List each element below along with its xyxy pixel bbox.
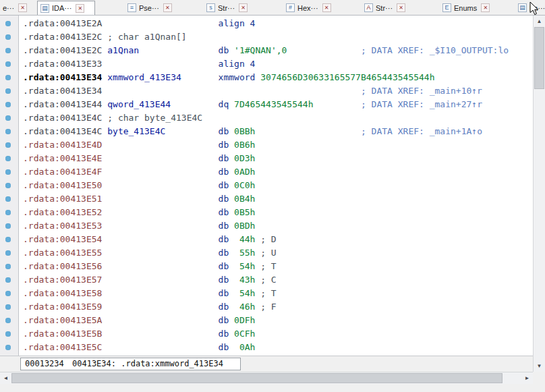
tab-ida-view[interactable]: ▤IDA···✕	[37, 1, 95, 15]
strings-icon: s	[206, 3, 215, 12]
tab-strings[interactable]: sStr···✕	[204, 1, 256, 14]
tab-close-icon[interactable]: ✕	[76, 4, 84, 13]
listing-line[interactable]: .rdata:00413E2A align 4	[23, 17, 533, 30]
tab-hex-view[interactable]: #Hex···✕	[283, 1, 338, 14]
tab-label: Pse···	[139, 4, 159, 12]
gutter-dot	[5, 142, 11, 148]
listing-line[interactable]: .rdata:00413E59 db 46h ; F	[23, 300, 533, 314]
listing-line[interactable]: .rdata:00413E5A db 0DFh	[23, 314, 533, 327]
gutter-dot	[5, 88, 11, 94]
status-file-offset: 00013234	[20, 358, 69, 370]
scroll-up-icon[interactable]: ▲	[534, 16, 545, 27]
gutter-dot	[5, 183, 11, 188]
gutter-dot	[5, 21, 11, 26]
gutter-dot	[5, 156, 11, 161]
listing-line[interactable]: .rdata:00413E57 db 43h ; C	[23, 273, 533, 287]
tab-label: Enums	[454, 4, 477, 12]
listing-line[interactable]: .rdata:00413E4D db 0B6h	[23, 138, 533, 152]
listing-line[interactable]: .rdata:00413E58 db 54h ; T	[23, 287, 533, 300]
tab-imports[interactable]: ▤Im···	[515, 1, 545, 14]
hexview-icon: #	[286, 3, 295, 12]
vertical-scrollbar-thumb[interactable]	[534, 27, 544, 89]
listing-line[interactable]: .rdata:00413E4F db 0ADh	[23, 165, 533, 179]
tab-partial-e[interactable]: e···✕	[0, 1, 38, 14]
horizontal-scrollbar-thumb[interactable]	[11, 373, 503, 383]
tab-close-icon[interactable]: ✕	[239, 3, 248, 12]
scroll-right-icon[interactable]: ►	[521, 372, 533, 384]
listing-line[interactable]: .rdata:00413E5C db 0Ah	[23, 341, 533, 354]
gutter-dot	[5, 250, 11, 256]
scroll-down-icon[interactable]: ▼	[534, 360, 545, 372]
tab-label: e···	[3, 4, 14, 12]
gutter-dot	[5, 48, 11, 53]
gutter-dot	[5, 210, 11, 215]
listing-line[interactable]: .rdata:00413E54 db 44h ; D	[23, 233, 533, 246]
gutter-dot	[5, 102, 11, 107]
gutter-dot	[5, 331, 11, 337]
tab-close-icon[interactable]: ✕	[481, 3, 490, 12]
status-bar: 00013234 00413E34: .rdata:xmmword_413E34	[0, 356, 533, 372]
tab-label: IDA···	[52, 4, 71, 12]
scroll-left-icon[interactable]: ◄	[0, 372, 11, 384]
gutter-dot	[5, 318, 11, 323]
listing-line[interactable]: .rdata:00413E44 qword_413E44 dq 7D465443…	[23, 98, 533, 111]
listing-line[interactable]: .rdata:00413E4C byte_413E4C db 0BBh ; DA…	[23, 125, 533, 138]
gutter-dot	[5, 115, 11, 121]
listing-line[interactable]: .rdata:00413E50 db 0C0h	[23, 179, 533, 192]
gutter-dot	[5, 264, 11, 269]
tab-label: Str···	[376, 4, 393, 12]
structures-icon: A	[364, 3, 373, 12]
listing-line[interactable]: .rdata:00413E56 db 54h ; T	[23, 260, 533, 273]
listing-line[interactable]: .rdata:00413E4E db 0D3h	[23, 152, 533, 165]
tab-enums[interactable]: EEnums✕	[440, 1, 492, 14]
tab-close-icon[interactable]: ✕	[163, 3, 172, 12]
gutter-dot	[5, 304, 11, 310]
listing-line[interactable]: .rdata:00413E34 xmmword_413E34 xmmword 3…	[23, 71, 533, 84]
gutter-dot	[5, 61, 11, 67]
scrollbar-corner	[533, 372, 545, 384]
tab-label: Str···	[218, 4, 235, 12]
tab-pseudocode[interactable]: ≡Pse···✕	[125, 1, 180, 14]
imports-icon: ▤	[518, 3, 527, 12]
gutter-dot	[5, 345, 11, 350]
listing-line[interactable]: .rdata:00413E5B db 0CFh	[23, 327, 533, 341]
gutter-dot	[5, 223, 11, 229]
listing-line[interactable]: .rdata:00413E51 db 0B4h	[23, 192, 533, 206]
gutter-dot	[5, 169, 11, 175]
listing-line[interactable]: .rdata:00413E4C ; char byte_413E4C	[23, 111, 533, 125]
tab-structures[interactable]: AStr···✕	[362, 1, 416, 14]
vertical-scrollbar[interactable]: ▲ ▼	[533, 16, 545, 372]
tab-close-icon[interactable]: ✕	[322, 3, 331, 12]
listing-line[interactable]: .rdata:00413E2C a1Qnan db '1#QNAN',0 ; D…	[23, 44, 533, 57]
tab-label: Im···	[529, 4, 545, 12]
tab-close-icon[interactable]: ✕	[397, 3, 405, 12]
listing-line[interactable]: .rdata:00413E53 db 0BDh	[23, 219, 533, 233]
listing-line[interactable]: .rdata:00413E33 align 4	[23, 57, 533, 71]
listing-gutter	[0, 16, 19, 356]
listing-line[interactable]: .rdata:00413E34 ; DATA XREF: _main+10↑r	[23, 84, 533, 98]
gutter-dot	[5, 237, 11, 242]
listing-line[interactable]: .rdata:00413E55 db 55h ; U	[23, 246, 533, 260]
gutter-dot	[5, 196, 11, 202]
disassembly-listing[interactable]: .rdata:00413E2A align 4.rdata:00413E2C ;…	[19, 16, 533, 356]
tab-close-icon[interactable]: ✕	[18, 3, 27, 12]
gutter-dot	[5, 129, 11, 134]
gutter-dot	[5, 34, 11, 40]
status-cursor-position: 00413E34: .rdata:xmmword_413E34	[68, 358, 241, 370]
ida-view-icon: ▤	[40, 4, 49, 13]
gutter-dot	[5, 277, 11, 283]
gutter-dot	[5, 291, 11, 296]
listing-line[interactable]: .rdata:00413E2C ; char a1Qnan[]	[23, 30, 533, 44]
pseudocode-icon: ≡	[127, 3, 136, 12]
listing-line[interactable]: .rdata:00413E52 db 0B5h	[23, 206, 533, 219]
horizontal-scrollbar[interactable]: ◄ ►	[0, 372, 533, 384]
tab-label: Hex···	[297, 4, 318, 12]
tab-bar: e···✕▤IDA···✕≡Pse···✕sStr···✕#Hex···✕ASt…	[0, 0, 545, 16]
enums-icon: E	[442, 3, 451, 12]
gutter-dot	[5, 75, 11, 80]
